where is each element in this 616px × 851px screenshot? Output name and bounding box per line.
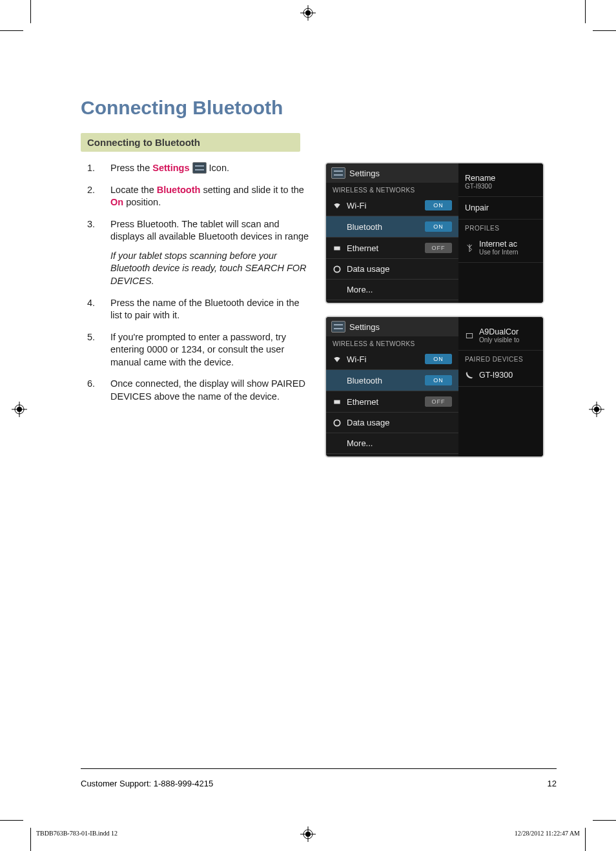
item-label: GT-I9300 [479,371,513,380]
rename-item: Rename GT-I9300 [458,167,543,197]
row-label: Wi-Fi [347,201,420,210]
svg-rect-16 [334,247,340,251]
crop-mark [0,30,23,31]
data-usage-row: Data usage [326,259,458,280]
item-label: Unpair [465,203,489,212]
screenshot-title: Settings [349,169,380,178]
registration-mark-icon [589,402,604,417]
page-title: Connecting Bluetooth [81,97,555,119]
row-label: Bluetooth [347,376,420,385]
step-text: position. [123,197,161,207]
crop-mark [593,30,616,31]
bluetooth-icon [465,243,474,252]
settings-icon [192,162,207,174]
paired-devices-label: PAIRED DEVICES [458,351,543,364]
settings-label: Settings [152,163,189,173]
phone-icon [465,371,474,380]
more-row: More... [326,280,458,300]
settings-icon [331,167,345,179]
row-label: More... [347,438,452,448]
item-sublabel: Only visible to [479,336,519,343]
on-label: On [110,197,123,207]
wifi-icon [333,201,342,210]
ethernet-row: Ethernet OFF [326,391,458,413]
wifi-row: Wi-Fi ON [326,349,458,370]
item-label: Internet ac [479,240,517,249]
bluetooth-row: Bluetooth ON [326,370,458,391]
item-sublabel: GT-I9300 [465,183,495,190]
tablet-icon [465,331,474,340]
registration-mark-icon [300,826,316,842]
data-usage-row: Data usage [326,413,458,433]
footer-support: Customer Support: 1-888-999-4215 [81,779,213,788]
step-1: Press the Settings Icon. [81,162,312,175]
svg-point-17 [334,266,340,272]
wifi-row: Wi-Fi ON [326,195,458,216]
registration-mark-icon [300,5,316,21]
svg-rect-20 [466,333,472,338]
step-3: Press Bluetooth. The tablet will scan an… [81,218,312,288]
step-note: If your tablet stops scanning before you… [110,250,312,288]
toggle-on: ON [425,375,452,385]
screenshots-column: Settings WIRELESS & NETWORKS Wi-Fi ON Bl… [325,162,544,458]
more-row: More... [326,433,458,454]
crop-mark [0,820,23,821]
step-5: If you're prompted to enter a password, … [81,331,312,369]
ethernet-icon [333,397,342,406]
crop-mark [585,828,586,851]
svg-point-19 [334,420,340,425]
screenshot-title: Settings [349,322,380,332]
instructions-column: Press the Settings Icon. Locate the Blue… [81,162,312,412]
row-label: Data usage [347,418,452,427]
toggle-on: ON [425,354,452,364]
section-label: WIRELESS & NETWORKS [326,183,458,195]
wifi-icon [333,354,342,364]
step-4: Press the name of the Bluetooth device i… [81,297,312,322]
profiles-label: PROFILES [458,220,543,233]
page-number: 12 [548,779,557,788]
screenshot-1: Settings WIRELESS & NETWORKS Wi-Fi ON Bl… [325,162,544,304]
imprint-filename: TBDB763B-783-01-IB.indd 12 [36,830,118,837]
bluetooth-row: Bluetooth ON [326,216,458,238]
toggle-off: OFF [425,243,452,253]
toggle-on: ON [425,221,452,232]
imprint-timestamp: 12/28/2012 11:22:47 AM [515,830,580,837]
row-label: Ethernet [347,243,420,253]
footer-rule [81,768,557,769]
crop-mark [585,0,586,23]
item-label: A9DualCor [479,327,518,336]
row-label: Wi-Fi [347,354,420,364]
step-text: setting and slide it to the [200,185,303,195]
crop-mark [30,828,31,851]
item-label: Rename [465,174,495,183]
settings-icon [331,321,345,333]
row-label: More... [347,285,452,294]
paired-device-item: GT-I9300 [458,364,543,387]
toggle-off: OFF [425,396,452,407]
ethernet-row: Ethernet OFF [326,238,458,259]
step-6: Once connected, the display will show PA… [81,378,312,403]
registration-mark-icon [12,402,27,417]
row-label: Bluetooth [347,222,420,232]
section-header: Connecting to Bluetooth [81,133,300,152]
item-sublabel: Use for Intern [479,249,518,256]
step-2: Locate the Bluetooth setting and slide i… [81,184,312,209]
step-text: Press the [110,163,152,173]
data-usage-icon [333,418,342,427]
row-label: Ethernet [347,397,420,407]
svg-rect-18 [334,400,340,404]
step-text: Icon. [207,163,229,173]
row-label: Data usage [347,264,452,274]
device-item: A9DualCor Only visible to [458,321,543,351]
toggle-on: ON [425,200,452,210]
data-usage-icon [333,265,342,274]
section-label: WIRELESS & NETWORKS [326,336,458,349]
step-text: Locate the [110,185,157,195]
internet-access-item: Internet ac Use for Intern [458,233,543,263]
crop-mark [593,820,616,821]
bluetooth-label: Bluetooth [157,185,201,195]
unpair-item: Unpair [458,197,543,220]
screenshot-2: Settings WIRELESS & NETWORKS Wi-Fi ON Bl… [325,316,544,458]
ethernet-icon [333,243,342,252]
crop-mark [30,0,31,23]
